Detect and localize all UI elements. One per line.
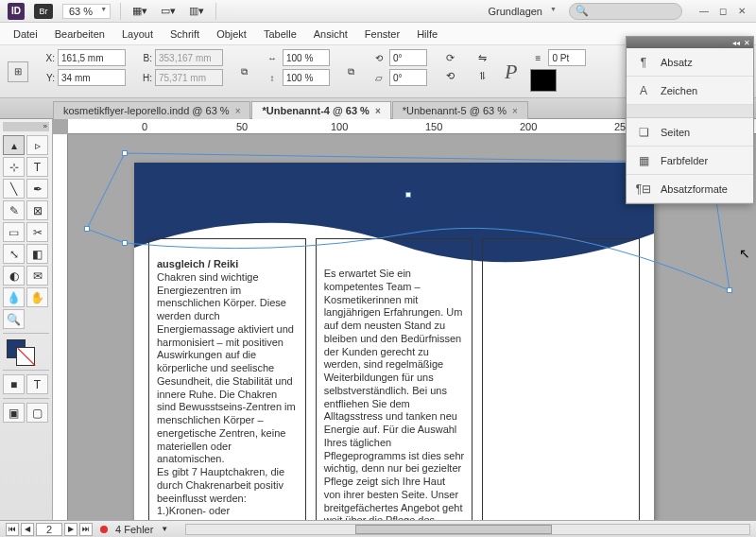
menu-datei[interactable]: Datei: [13, 28, 38, 40]
anchor-point[interactable]: [122, 240, 128, 246]
menu-tabelle[interactable]: Tabelle: [264, 28, 297, 40]
height-input[interactable]: [155, 69, 223, 86]
scissors-tool[interactable]: ✂: [26, 222, 48, 242]
vertical-ruler[interactable]: [53, 134, 68, 520]
last-page-button[interactable]: ⏭: [79, 523, 93, 536]
normal-view-button[interactable]: ▣: [3, 403, 25, 423]
page-tool[interactable]: ⊹: [3, 157, 25, 177]
rotate-input[interactable]: [389, 49, 427, 66]
menu-schrift[interactable]: Schrift: [170, 28, 199, 40]
column-2[interactable]: Es erwartet Sie ein kompetentes Team – K…: [316, 238, 473, 520]
constrain-icon[interactable]: ⧉: [236, 64, 251, 79]
w-label: B:: [139, 53, 152, 63]
close-tab-icon[interactable]: ×: [512, 106, 518, 116]
tab-kosmetikflyer[interactable]: kosmetikflyer-leporello.indd @ 63 %×: [53, 101, 250, 119]
panel-seiten[interactable]: ❏Seiten: [627, 118, 753, 147]
status-dropdown-icon[interactable]: ▼: [161, 525, 168, 533]
menu-ansicht[interactable]: Ansicht: [314, 28, 348, 40]
prev-page-button[interactable]: ◀: [21, 523, 34, 536]
scale-x-input[interactable]: [283, 49, 330, 66]
pencil-tool[interactable]: ✎: [3, 200, 25, 220]
selection-tool[interactable]: ▴: [3, 135, 25, 155]
menu-bearbeiten[interactable]: Bearbeiten: [55, 28, 105, 40]
rotate-cw-icon[interactable]: ⟳: [440, 49, 459, 66]
type-tool[interactable]: T: [26, 157, 48, 177]
view-options-icon[interactable]: ▦▾: [130, 3, 149, 20]
flip-v-icon[interactable]: ⥮: [472, 67, 491, 84]
panel-header[interactable]: ◂◂✕: [627, 37, 753, 48]
scrollbar-thumb[interactable]: [355, 525, 553, 534]
reference-point-icon[interactable]: ⊞: [8, 61, 28, 82]
arrange-icon[interactable]: ▥▾: [187, 3, 206, 20]
stroke-swatch[interactable]: [16, 347, 35, 366]
maximize-button[interactable]: ◻: [716, 5, 730, 18]
close-tab-icon[interactable]: ×: [375, 106, 381, 116]
x-input[interactable]: [58, 49, 126, 66]
anchor-point[interactable]: [405, 192, 411, 198]
page-number-input[interactable]: 2: [36, 523, 62, 536]
pen-tool[interactable]: ✒: [26, 179, 48, 199]
column-1[interactable]: ausgleich / ReikiChakren sind wichtige E…: [148, 238, 306, 520]
zoom-tool[interactable]: 🔍: [3, 309, 25, 329]
flip-h-icon[interactable]: ⇋: [472, 49, 491, 66]
toolbox-header[interactable]: »: [3, 122, 49, 131]
anchor-point[interactable]: [727, 287, 732, 293]
preview-view-button[interactable]: ▢: [26, 403, 48, 423]
shear-input[interactable]: [389, 69, 427, 86]
free-transform-tool[interactable]: ⤡: [3, 244, 25, 264]
character-proxy-icon: P: [505, 60, 517, 84]
rectangle-tool[interactable]: ▭: [3, 222, 25, 242]
rectangle-frame-tool[interactable]: ⊠: [26, 200, 48, 220]
panel-absatz[interactable]: ¶Absatz: [627, 48, 753, 77]
page[interactable]: ausgleich / ReikiChakren sind wichtige E…: [134, 163, 654, 520]
tab-unbenannt-4[interactable]: *Unbenannt-4 @ 63 %×: [251, 101, 390, 119]
gradient-feather-tool[interactable]: ◐: [3, 266, 25, 286]
first-page-button[interactable]: ⏮: [6, 523, 19, 536]
panel-zeichen[interactable]: AZeichen: [627, 77, 753, 105]
close-button[interactable]: ✕: [735, 5, 748, 18]
tab-unbenannt-5[interactable]: *Unbenannt-5 @ 63 %×: [392, 101, 528, 119]
eyedropper-tool[interactable]: 💧: [3, 287, 25, 307]
width-input[interactable]: [155, 49, 223, 66]
error-count[interactable]: 4 Fehler: [115, 524, 153, 535]
error-indicator-icon[interactable]: [100, 526, 108, 533]
separator: [3, 370, 49, 371]
screen-mode-icon[interactable]: ▭▾: [159, 3, 178, 20]
apply-color-button[interactable]: ■: [3, 374, 25, 394]
formatting-text-button[interactable]: T: [26, 374, 48, 394]
search-icon: 🔍: [576, 5, 589, 17]
menu-hilfe[interactable]: Hilfe: [417, 28, 438, 40]
scale-y-input[interactable]: [283, 69, 330, 86]
direct-selection-tool[interactable]: ▹: [26, 135, 48, 155]
panel-farbfelder[interactable]: ▦Farbfelder: [627, 147, 753, 175]
zoom-dropdown[interactable]: 63 %: [62, 4, 111, 19]
anchor-point[interactable]: [84, 226, 90, 232]
line-tool[interactable]: ╲: [3, 179, 25, 199]
panel-gap: [627, 105, 753, 118]
next-page-button[interactable]: ▶: [64, 523, 77, 536]
close-panel-icon[interactable]: ✕: [744, 39, 750, 47]
panel-absatzformate[interactable]: ¶⊟Absatzformate: [627, 175, 753, 203]
constrain-scale-icon[interactable]: ⧉: [343, 64, 358, 79]
hand-tool[interactable]: ✋: [26, 287, 48, 307]
menu-objekt[interactable]: Objekt: [216, 28, 247, 40]
anchor-point[interactable]: [122, 150, 128, 156]
gradient-swatch-tool[interactable]: ◧: [26, 244, 48, 264]
fill-stroke-swatch[interactable]: [3, 339, 49, 366]
horizontal-scrollbar[interactable]: [185, 524, 750, 535]
bridge-icon[interactable]: Br: [34, 4, 53, 19]
rotate-ccw-icon[interactable]: ⟲: [440, 67, 459, 84]
stroke-style-dropdown[interactable]: [530, 69, 557, 92]
paragraph-icon: ¶: [636, 55, 651, 70]
search-input[interactable]: 🔍: [569, 3, 682, 20]
column-3[interactable]: [482, 238, 640, 520]
collapse-icon[interactable]: ◂◂: [732, 39, 740, 47]
menu-fenster[interactable]: Fenster: [365, 28, 400, 40]
minimize-button[interactable]: —: [697, 5, 711, 18]
note-tool[interactable]: ✉: [26, 266, 48, 286]
menu-layout[interactable]: Layout: [122, 28, 153, 40]
y-input[interactable]: [58, 69, 126, 86]
stroke-input[interactable]: [548, 49, 586, 66]
close-tab-icon[interactable]: ×: [235, 106, 241, 116]
workspace-dropdown[interactable]: Grundlagen: [483, 4, 560, 19]
